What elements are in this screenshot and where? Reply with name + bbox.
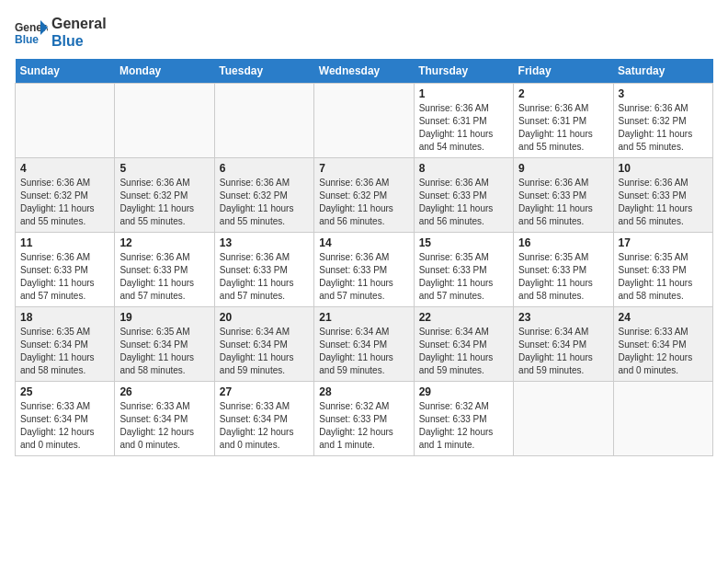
day-info: Sunrise: 6:36 AMSunset: 6:33 PMDaylight:… (518, 177, 608, 228)
day-number: 20 (220, 311, 309, 324)
day-number: 11 (20, 236, 109, 249)
day-cell-13: 13Sunrise: 6:36 AMSunset: 6:33 PMDayligh… (214, 233, 313, 307)
day-info: Sunrise: 6:36 AMSunset: 6:33 PMDaylight:… (419, 177, 508, 228)
empty-cell (115, 84, 214, 158)
day-number: 18 (20, 311, 109, 324)
logo-line1: General (51, 15, 107, 32)
day-number: 14 (319, 236, 408, 249)
day-cell-10: 10Sunrise: 6:36 AMSunset: 6:33 PMDayligh… (613, 158, 712, 233)
day-number: 4 (20, 162, 109, 175)
day-info: Sunrise: 6:34 AMSunset: 6:34 PMDaylight:… (518, 326, 608, 377)
svg-text:Blue: Blue (15, 33, 39, 46)
day-cell-7: 7Sunrise: 6:36 AMSunset: 6:32 PMDaylight… (314, 158, 414, 233)
day-number: 22 (419, 311, 508, 324)
day-info: Sunrise: 6:36 AMSunset: 6:31 PMDaylight:… (419, 102, 508, 154)
day-cell-28: 28Sunrise: 6:32 AMSunset: 6:33 PMDayligh… (314, 382, 414, 456)
day-number: 9 (518, 162, 608, 175)
day-header-thursday: Thursday (414, 59, 513, 84)
day-info: Sunrise: 6:36 AMSunset: 6:31 PMDaylight:… (518, 102, 608, 154)
day-header-saturday: Saturday (613, 59, 712, 84)
day-info: Sunrise: 6:36 AMSunset: 6:32 PMDaylight:… (20, 177, 109, 228)
day-number: 12 (119, 236, 209, 249)
day-number: 10 (619, 162, 708, 175)
day-info: Sunrise: 6:36 AMSunset: 6:33 PMDaylight:… (220, 251, 309, 303)
day-cell-12: 12Sunrise: 6:36 AMSunset: 6:33 PMDayligh… (115, 233, 214, 307)
day-number: 19 (119, 311, 209, 324)
empty-cell (514, 382, 613, 456)
day-info: Sunrise: 6:36 AMSunset: 6:33 PMDaylight:… (20, 251, 109, 303)
day-number: 17 (619, 236, 708, 249)
day-cell-21: 21Sunrise: 6:34 AMSunset: 6:34 PMDayligh… (314, 307, 414, 382)
day-info: Sunrise: 6:32 AMSunset: 6:33 PMDaylight:… (419, 400, 508, 452)
day-cell-1: 1Sunrise: 6:36 AMSunset: 6:31 PMDaylight… (414, 84, 513, 158)
day-cell-15: 15Sunrise: 6:35 AMSunset: 6:33 PMDayligh… (414, 233, 513, 307)
day-cell-16: 16Sunrise: 6:35 AMSunset: 6:33 PMDayligh… (514, 233, 613, 307)
day-number: 15 (419, 236, 508, 249)
day-cell-18: 18Sunrise: 6:35 AMSunset: 6:34 PMDayligh… (16, 307, 115, 382)
day-cell-5: 5Sunrise: 6:36 AMSunset: 6:32 PMDaylight… (115, 158, 214, 233)
day-header-friday: Friday (514, 59, 613, 84)
day-cell-4: 4Sunrise: 6:36 AMSunset: 6:32 PMDaylight… (16, 158, 115, 233)
day-cell-8: 8Sunrise: 6:36 AMSunset: 6:33 PMDaylight… (414, 158, 513, 233)
day-number: 13 (220, 236, 309, 249)
day-cell-25: 25Sunrise: 6:33 AMSunset: 6:34 PMDayligh… (16, 382, 115, 456)
day-cell-14: 14Sunrise: 6:36 AMSunset: 6:33 PMDayligh… (314, 233, 414, 307)
day-info: Sunrise: 6:32 AMSunset: 6:33 PMDaylight:… (319, 400, 408, 452)
day-number: 16 (518, 236, 608, 249)
day-number: 8 (419, 162, 508, 175)
day-info: Sunrise: 6:33 AMSunset: 6:34 PMDaylight:… (119, 400, 209, 452)
day-number: 7 (319, 162, 408, 175)
day-info: Sunrise: 6:36 AMSunset: 6:32 PMDaylight:… (119, 177, 209, 228)
day-info: Sunrise: 6:34 AMSunset: 6:34 PMDaylight:… (220, 326, 309, 377)
day-header-wednesday: Wednesday (314, 59, 414, 84)
day-number: 24 (619, 311, 708, 324)
day-header-sunday: Sunday (16, 59, 115, 84)
day-number: 27 (220, 385, 309, 398)
calendar-table: SundayMondayTuesdayWednesdayThursdayFrid… (15, 59, 713, 456)
day-number: 2 (518, 87, 608, 100)
empty-cell (16, 84, 115, 158)
day-cell-22: 22Sunrise: 6:34 AMSunset: 6:34 PMDayligh… (414, 307, 513, 382)
day-number: 5 (119, 162, 209, 175)
logo-line2: Blue (51, 32, 107, 50)
day-cell-19: 19Sunrise: 6:35 AMSunset: 6:34 PMDayligh… (115, 307, 214, 382)
day-number: 1 (419, 87, 508, 100)
day-number: 25 (20, 385, 109, 398)
day-info: Sunrise: 6:35 AMSunset: 6:33 PMDaylight:… (419, 251, 508, 303)
empty-cell (214, 84, 313, 158)
day-info: Sunrise: 6:36 AMSunset: 6:32 PMDaylight:… (220, 177, 309, 228)
day-header-tuesday: Tuesday (214, 59, 313, 84)
day-info: Sunrise: 6:35 AMSunset: 6:33 PMDaylight:… (518, 251, 608, 303)
day-cell-20: 20Sunrise: 6:34 AMSunset: 6:34 PMDayligh… (214, 307, 313, 382)
day-number: 6 (220, 162, 309, 175)
day-info: Sunrise: 6:35 AMSunset: 6:33 PMDaylight:… (619, 251, 708, 303)
day-number: 28 (319, 385, 408, 398)
day-cell-3: 3Sunrise: 6:36 AMSunset: 6:32 PMDaylight… (613, 84, 712, 158)
day-info: Sunrise: 6:33 AMSunset: 6:34 PMDaylight:… (220, 400, 309, 452)
day-info: Sunrise: 6:35 AMSunset: 6:34 PMDaylight:… (20, 326, 109, 377)
day-cell-26: 26Sunrise: 6:33 AMSunset: 6:34 PMDayligh… (115, 382, 214, 456)
day-info: Sunrise: 6:36 AMSunset: 6:32 PMDaylight:… (319, 177, 408, 228)
day-cell-9: 9Sunrise: 6:36 AMSunset: 6:33 PMDaylight… (514, 158, 613, 233)
day-cell-29: 29Sunrise: 6:32 AMSunset: 6:33 PMDayligh… (414, 382, 513, 456)
day-cell-24: 24Sunrise: 6:33 AMSunset: 6:34 PMDayligh… (613, 307, 712, 382)
day-cell-17: 17Sunrise: 6:35 AMSunset: 6:33 PMDayligh… (613, 233, 712, 307)
day-number: 26 (119, 385, 209, 398)
day-info: Sunrise: 6:33 AMSunset: 6:34 PMDaylight:… (619, 326, 708, 377)
empty-cell (314, 84, 414, 158)
logo: General Blue General Blue (15, 15, 107, 50)
day-cell-6: 6Sunrise: 6:36 AMSunset: 6:32 PMDaylight… (214, 158, 313, 233)
day-cell-2: 2Sunrise: 6:36 AMSunset: 6:31 PMDaylight… (514, 84, 613, 158)
logo-icon: General Blue (15, 18, 48, 46)
empty-cell (613, 382, 712, 456)
day-info: Sunrise: 6:36 AMSunset: 6:33 PMDaylight:… (619, 177, 708, 228)
day-info: Sunrise: 6:33 AMSunset: 6:34 PMDaylight:… (20, 400, 109, 452)
day-info: Sunrise: 6:34 AMSunset: 6:34 PMDaylight:… (419, 326, 508, 377)
day-cell-11: 11Sunrise: 6:36 AMSunset: 6:33 PMDayligh… (16, 233, 115, 307)
day-number: 29 (419, 385, 508, 398)
header: General Blue General Blue (15, 15, 713, 50)
day-info: Sunrise: 6:34 AMSunset: 6:34 PMDaylight:… (319, 326, 408, 377)
day-number: 21 (319, 311, 408, 324)
day-number: 3 (619, 87, 708, 100)
day-info: Sunrise: 6:36 AMSunset: 6:33 PMDaylight:… (119, 251, 209, 303)
